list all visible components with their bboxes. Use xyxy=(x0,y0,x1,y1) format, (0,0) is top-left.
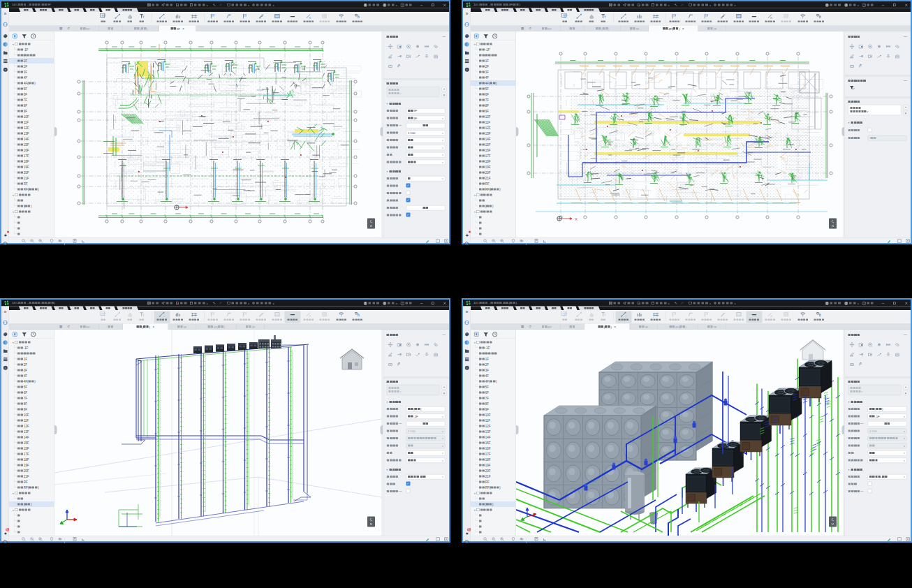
svg-text:i: i xyxy=(466,366,467,369)
svg-text:?: ? xyxy=(863,302,865,304)
svg-text:i: i xyxy=(5,68,6,71)
svg-text:i: i xyxy=(466,68,467,71)
svg-text:?: ? xyxy=(402,3,403,6)
svg-text:X: X xyxy=(575,217,578,221)
svg-text:?: ? xyxy=(402,302,403,304)
svg-text:?: ? xyxy=(863,3,865,6)
svg-text:i: i xyxy=(5,366,6,369)
